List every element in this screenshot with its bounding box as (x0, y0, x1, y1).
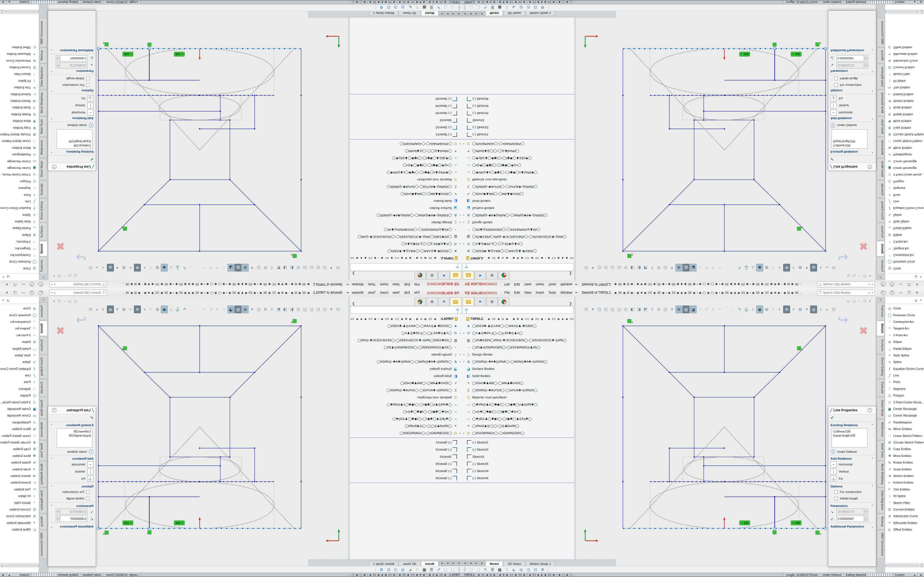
sketch-tool-item[interactable]: ▣ Center Rectangle (885, 406, 924, 412)
tree-item[interactable]: ✎ ◯Ƨ5▪U✱♟AM◯◦◯MA♟✱U▪Ƨ5◯ (462, 190, 574, 198)
length-spinner[interactable]: ▴▾ (864, 509, 868, 515)
relation-entry[interactable]: Collinear108 (58, 143, 91, 148)
angle-field[interactable]: 0.00000000° (60, 55, 87, 61)
sketch-tool-item[interactable]: ⬡ Polygon (0, 392, 39, 399)
view-tool-icon[interactable]: ◍ (797, 264, 803, 271)
view-tool-icon[interactable]: ◰ (315, 306, 321, 313)
sketch-tool-item[interactable]: ✥ Move Entities (885, 453, 924, 459)
tab-nav-button[interactable]: ▶ (474, 561, 479, 566)
search-box[interactable]: ❒ ⌕ ▼ (49, 290, 107, 296)
command-tab[interactable]: Sheet Metal (40, 158, 47, 180)
view-tool-icon[interactable]: ⊡ (583, 306, 589, 313)
menu-item[interactable]: Insert (533, 282, 546, 286)
tree-item[interactable]: ▸ ⊟ ◯Ƨ53ƎИNAΩ▪◯◦◯▪ΩAИN3ƎƧ5◯ (462, 140, 574, 148)
ok-checkmark-button[interactable]: ✔ (828, 414, 876, 421)
menu-item[interactable]: Edit (402, 282, 412, 286)
view-tool-icon[interactable]: ◪ (690, 306, 696, 313)
tree-sketch-item[interactable]: (-) Sketch2 (462, 446, 574, 453)
scroll-left-icon[interactable]: ◂ (885, 10, 887, 13)
command-tab[interactable]: Direct Editing (40, 355, 47, 379)
search-icon[interactable]: ⌕ (868, 291, 870, 295)
tab-nav-button[interactable]: ▶ (439, 11, 444, 16)
tab-featuremanager-tree[interactable] (450, 271, 462, 279)
view-tool-icon[interactable]: ⌒ (723, 306, 730, 313)
bottom-toolbar-icon[interactable]: ⇅ (414, 5, 421, 10)
collapse-chevron-icon[interactable]: ⌃ (50, 151, 53, 153)
sketch-tool-item[interactable]: ∷ Linear Sketch Pattern (885, 138, 924, 145)
sketch-tool-item[interactable]: ⊢ Extend Entities (0, 479, 39, 486)
search-dropdown-icon[interactable]: ▼ (871, 292, 873, 294)
tree-item[interactable]: ▸ ▯ Design Binder (350, 219, 462, 226)
tree-item[interactable]: ▸ A ◯Ƨ5ИN◎◦✚A✚◎ИNA◯◦◯AИN◎✚A✚◦◎ИNƧ5◯ (350, 212, 462, 219)
length-spinner[interactable]: ▴▾ (56, 62, 60, 68)
view-tool-icon[interactable]: ◴ (623, 306, 629, 313)
view-tool-icon[interactable]: ▾ (328, 264, 334, 271)
option-row[interactable]: Infinite length (48, 75, 96, 82)
tree-sketch-item[interactable]: (-) Sketch4 (350, 103, 462, 110)
view-tool-icon[interactable]: ◱ (609, 306, 616, 313)
sketch-tool-item[interactable]: ◓ Silhouette Entities (0, 520, 39, 526)
search-dropdown-icon[interactable]: ▼ (871, 283, 873, 286)
document-tab[interactable]: 3D Views (504, 11, 525, 16)
bottom-toolbar-icon[interactable]: ◎ (517, 5, 525, 10)
view-tool-icon[interactable]: ▨ (683, 264, 690, 271)
view-tool-icon[interactable]: ∷ (148, 264, 154, 271)
view-tool-icon[interactable]: ◉ (756, 306, 763, 313)
relation-button-icon[interactable]: ─ (87, 110, 94, 116)
tree-item[interactable]: Σ ◯Ƨ5ИN◎◦✚AUª3Ǝ◯◦◯3ǝªUA✚◦◎ИNƧ5◯ (462, 387, 574, 394)
status-units-selector[interactable]: Custom▴ (6, 0, 32, 4)
sketch-tool-item[interactable]: ◯ Perimeter Circle (885, 311, 924, 318)
tab-display-manager[interactable] (414, 271, 426, 279)
tree-sketch-item[interactable]: (-) Sketch6 (350, 474, 462, 482)
tree-item[interactable]: ★ ◯Ƨ53Ǝ✚◦♟◎ɅAΦ◯◦◯ΦAɅ◎♟◦✚3ƎƧ5◯ (462, 248, 574, 255)
tree-item[interactable]: ▱ ◯✚ИN◎♟±◯✱◉I◯◦◯I◉✱◯±♟◎ИN✚◯ (350, 401, 462, 408)
panel-header-icon[interactable]: ◪ (7, 275, 10, 279)
tree-item[interactable]: ▥ ◯Ƨ5✚3ƎƧ5◯ИN◎◦✚ƆC3ƎU3ƎƧ5◯◦◯Ƨ53ƎU3ƎƆC✚◦◎… (350, 233, 462, 240)
sketch-tool-item[interactable]: ▱ Parallelogram (0, 152, 39, 158)
scroll-right-icon[interactable]: ▸ (5, 564, 7, 567)
tab-display-manager[interactable] (498, 271, 510, 279)
document-tab[interactable]: 3D Views (504, 561, 525, 566)
sketch-tool-item[interactable]: ◝ Sketch Fillet (0, 499, 39, 506)
sketch-tool-item[interactable]: ◎ Circle (885, 305, 924, 311)
sketch-tool-item[interactable]: ⌢ 3 Point Arc (0, 332, 39, 338)
collapse-chevron-icon[interactable]: ⌃ (50, 485, 53, 488)
sketch-tool-item[interactable]: ⊢ Extend Entities (885, 479, 924, 486)
add-relation-row[interactable]: ─ Horizontal (828, 109, 876, 116)
tree-item[interactable]: Σ ◯Ƨ5ИN◎◦✚AUª3Ǝ◯◦◯3ǝªUA✚◦◎ИNƧ5◯ (462, 183, 574, 190)
sketch-tool-item[interactable]: ◠ Tangent Arc (0, 245, 39, 252)
expand-arrow-icon[interactable]: ▸ (462, 432, 466, 434)
doc-window-control-icon[interactable]: ◱ (74, 274, 77, 277)
panel-header-icon[interactable]: ◪ (914, 298, 917, 302)
sketch-tool-item[interactable]: ƒ Equation Driven Curve (0, 366, 39, 372)
tree-sketch-item[interactable]: (-) Sketch1 (350, 439, 462, 446)
tree-item[interactable]: ▸ ↺ ◯Ʌ♟◎✚Ƨ5◦ʒ◯◦◯ʒ◦Ƨ5✚◎♟Ʌ◯ (350, 240, 462, 248)
menu-item[interactable]: Insert (533, 291, 546, 295)
command-tab[interactable]: Features (877, 257, 884, 274)
bottom-toolbar-icon[interactable]: ❏ (467, 5, 475, 10)
pin-menu-icon[interactable]: ✒ (575, 282, 578, 286)
tree-item[interactable]: ◧ Solid Bodies (350, 198, 462, 205)
view-tool-icon[interactable]: ◐ (777, 264, 783, 271)
add-relation-row[interactable]: ⚓ Fix (828, 95, 876, 102)
collapse-chevron-icon[interactable]: ⌃ (871, 424, 874, 427)
search-icon[interactable]: ⌕ (868, 282, 870, 286)
view-tool-icon[interactable]: ◨ (636, 306, 642, 313)
view-tool-icon[interactable]: ⊟ (656, 264, 662, 271)
command-tab[interactable]: Evaluate (877, 379, 884, 396)
view-tool-icon[interactable]: ▨ (683, 306, 690, 313)
command-tab[interactable]: Weldments (40, 419, 47, 440)
tree-sketch-item[interactable]: (-) Sketch1 (350, 131, 462, 138)
tree-item[interactable]: Σ ◯Ƨ5ИN◎◦✚AUª3Ǝ◯◦◯3ǝªUA✚◦◎ИNƧ5◯ (350, 183, 462, 190)
tree-sketch-item[interactable]: (-) Sketch5 (462, 460, 574, 467)
user-account-icon[interactable] (39, 290, 43, 295)
bottom-toolbar-icon[interactable]: ⊡ (385, 5, 392, 10)
document-tab[interactable]: Motion Study 1 (526, 11, 555, 16)
bottom-toolbar-icon[interactable]: ⊾ (407, 5, 414, 10)
relation-button-icon[interactable]: ─ (830, 110, 837, 116)
bottom-toolbar-icon[interactable]: ⊾ (407, 567, 414, 572)
checkbox[interactable] (86, 77, 90, 81)
sketch-tool-item[interactable]: ⬡ Polygon (885, 392, 924, 399)
checkbox[interactable] (86, 490, 90, 494)
view-tool-icon[interactable]: ◳ (321, 306, 328, 313)
